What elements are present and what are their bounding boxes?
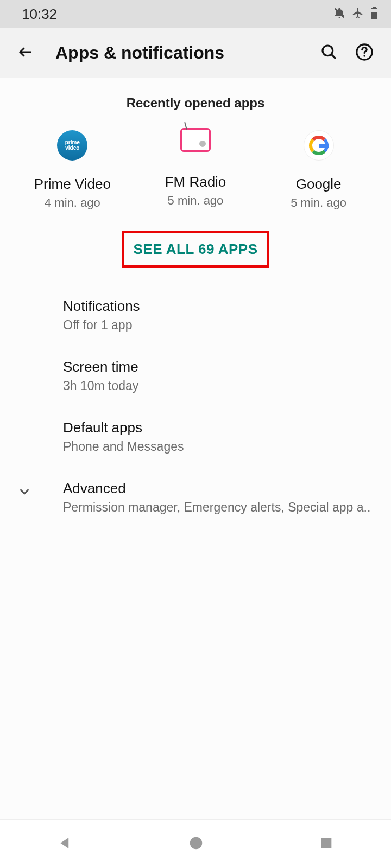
app-name-label: FM Radio xyxy=(165,174,226,190)
battery-icon xyxy=(370,7,378,22)
nav-recent-icon[interactable] xyxy=(308,825,345,864)
item-subtitle: Phone and Messages xyxy=(63,439,378,454)
back-icon[interactable] xyxy=(13,40,38,67)
app-name-label: Prime Video xyxy=(34,176,111,193)
app-time-label: 4 min. ago xyxy=(45,196,100,210)
prime-video-icon: primevideo xyxy=(57,130,87,161)
recent-apps-row: primevideo Prime Video 4 min. ago FM Rad… xyxy=(0,119,391,226)
page-title: Apps & notifications xyxy=(55,43,307,63)
app-time-label: 5 min. ago xyxy=(168,194,224,208)
dnd-off-icon xyxy=(333,7,345,21)
system-nav-bar xyxy=(0,819,391,868)
status-icons xyxy=(333,7,378,22)
google-icon xyxy=(304,130,334,161)
item-subtitle: Permission manager, Emergency alerts, Sp… xyxy=(63,500,378,515)
recent-app-prime-video[interactable]: primevideo Prime Video 4 min. ago xyxy=(18,130,127,210)
fm-radio-icon xyxy=(180,128,211,152)
nav-home-icon[interactable] xyxy=(177,824,215,864)
chevron-down-icon xyxy=(16,483,33,502)
status-time: 10:32 xyxy=(22,6,57,23)
app-time-label: 5 min. ago xyxy=(291,196,346,210)
svg-point-6 xyxy=(190,837,203,849)
nav-back-icon[interactable] xyxy=(46,824,84,864)
item-title: Screen time xyxy=(63,359,378,375)
app-bar: Apps & notifications xyxy=(0,28,391,78)
settings-list: Notifications Off for 1 app Screen time … xyxy=(0,278,391,534)
search-icon[interactable] xyxy=(316,39,342,67)
recent-apps-heading: Recently opened apps xyxy=(0,78,391,119)
airplane-mode-icon xyxy=(352,7,364,21)
help-icon[interactable] xyxy=(351,39,378,68)
svg-rect-2 xyxy=(371,9,377,12)
item-subtitle: 3h 10m today xyxy=(63,379,378,393)
app-name-label: Google xyxy=(296,176,342,193)
svg-rect-1 xyxy=(373,7,376,8)
settings-item-screen-time[interactable]: Screen time 3h 10m today xyxy=(0,346,391,406)
svg-point-3 xyxy=(323,46,333,56)
item-subtitle: Off for 1 app xyxy=(63,318,378,333)
item-title: Advanced xyxy=(63,480,378,497)
svg-point-5 xyxy=(363,55,365,56)
settings-item-default-apps[interactable]: Default apps Phone and Messages xyxy=(0,406,391,467)
item-title: Default apps xyxy=(63,419,378,436)
recent-app-fm-radio[interactable]: FM Radio 5 min. ago xyxy=(141,130,250,210)
status-bar: 10:32 xyxy=(0,0,391,28)
item-title: Notifications xyxy=(63,298,378,315)
settings-item-notifications[interactable]: Notifications Off for 1 app xyxy=(0,285,391,346)
see-all-apps-button[interactable]: SEE ALL 69 APPS xyxy=(122,231,269,268)
settings-item-advanced[interactable]: Advanced Permission manager, Emergency a… xyxy=(0,467,391,528)
svg-rect-7 xyxy=(321,838,331,848)
recent-app-google[interactable]: Google 5 min. ago xyxy=(264,130,373,210)
